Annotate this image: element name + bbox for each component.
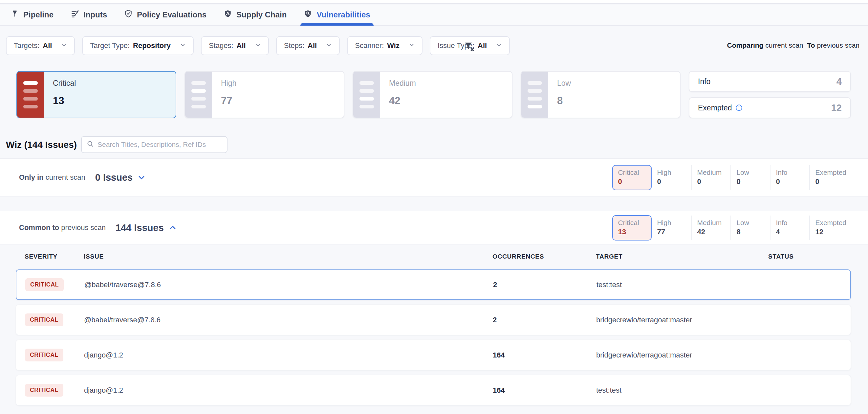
severity-chip[interactable]: Info 4 (770, 215, 809, 240)
chevron-down-icon (61, 41, 67, 50)
chip-label: Critical (618, 169, 646, 176)
chevron-up-icon (168, 224, 177, 232)
chip-value: 77 (657, 228, 686, 236)
side-card-count: 4 (836, 76, 842, 87)
side-card-label: Info (698, 77, 710, 86)
chip-label: Critical (618, 219, 646, 227)
severity-chip-row: Critical 13 High 77 Medium 42 Low (612, 215, 851, 240)
table-row[interactable]: CRITICAL django@1.2 164 bridgecrewio/ter… (16, 340, 851, 370)
occurrences-cell: 164 (493, 351, 596, 359)
chip-value: 0 (815, 177, 846, 186)
side-cards: Info 4 Exempted 12 (689, 71, 851, 118)
severity-chip[interactable]: Critical 0 (612, 165, 652, 190)
inputs-icon (70, 9, 79, 20)
severity-card[interactable]: Low 8 (521, 71, 681, 118)
table-row[interactable]: CRITICAL @babel/traverse@7.8.6 2 test:te… (16, 269, 851, 300)
side-card[interactable]: Info 4 (689, 71, 851, 92)
severity-chip[interactable]: Low 8 (731, 215, 770, 240)
filter-dropdown[interactable]: Scanner: Wiz (347, 36, 423, 55)
tab-vulnerabilities[interactable]: Vulnerabilities (304, 5, 370, 25)
occurrences-cell: 2 (493, 280, 596, 289)
common-to-previous-scan-section: Common to previous scan 144 Issues Criti… (0, 211, 868, 244)
issues-table-body: CRITICAL @babel/traverse@7.8.6 2 test:te… (16, 269, 851, 406)
severity-level-icon (185, 71, 212, 118)
chevron-down-icon (137, 173, 146, 182)
severity-chip[interactable]: Critical 13 (612, 215, 652, 240)
chip-value: 0 (697, 177, 725, 186)
chip-label: Medium (697, 219, 725, 227)
issues-table-header: SEVERITY ISSUE OCCURRENCES TARGET STATUS (16, 253, 851, 260)
tab-label: Policy Evaluations (137, 10, 207, 20)
severity-card-count: 8 (557, 95, 571, 107)
severity-badge: CRITICAL (25, 384, 63, 396)
tab-bar: Pipeline Inputs Policy Evaluations Suppl… (0, 5, 868, 26)
severity-card[interactable]: Critical 13 (17, 71, 176, 118)
issue-cell: django@1.2 (84, 386, 493, 394)
chip-value: 13 (618, 228, 646, 236)
search-input[interactable] (97, 141, 222, 149)
comparing-text-2: previous scan (817, 41, 860, 49)
chip-value: 12 (815, 228, 846, 236)
severity-chip[interactable]: Exempted 0 (809, 165, 851, 190)
section-prefix-bold: Common to (19, 224, 59, 232)
severity-chip[interactable]: High 0 (652, 165, 691, 190)
severity-chip[interactable]: High 77 (652, 215, 691, 240)
chip-label: Low (736, 169, 765, 176)
severity-card-list: Critical 13 High 77 (17, 71, 681, 118)
filter-dropdown[interactable]: Targets: All (6, 36, 75, 55)
filter-value: All (308, 41, 317, 50)
table-row[interactable]: CRITICAL django@1.2 164 test:test (16, 375, 851, 406)
severity-card-count: 77 (221, 95, 236, 107)
severity-card-count: 42 (389, 95, 416, 107)
scanner-results-heading: Wiz (144 Issues) (6, 140, 77, 150)
filter-dropdown[interactable]: Stages: All (201, 36, 269, 55)
chip-label: Exempted (815, 219, 846, 227)
column-header-status: STATUS (768, 253, 851, 260)
severity-chip[interactable]: Low 0 (731, 165, 770, 190)
chip-value: 0 (776, 177, 804, 186)
chip-value: 0 (618, 177, 646, 186)
side-card-count: 12 (831, 102, 842, 113)
vulnerabilities-screen: Pipeline Inputs Policy Evaluations Suppl… (0, 0, 868, 414)
severity-chip[interactable]: Medium 42 (691, 215, 731, 240)
filter-value: Wiz (387, 41, 400, 50)
severity-level-icon (17, 71, 44, 118)
column-header-severity: SEVERITY (25, 253, 84, 260)
shield-nodes-icon (223, 9, 232, 20)
tab-pipeline[interactable]: Pipeline (10, 5, 54, 25)
chevron-down-icon (180, 41, 186, 50)
severity-cards-row: Critical 13 High 77 (17, 71, 851, 118)
filter-dropdown[interactable]: Steps: All (276, 36, 340, 55)
target-cell: bridgecrewio/terragoat:master (596, 351, 769, 359)
section-issues-toggle[interactable]: 144 Issues (116, 223, 177, 233)
comparing-bold: Comparing (727, 41, 764, 49)
severity-chip[interactable]: Medium 0 (691, 165, 731, 190)
search-icon (86, 140, 94, 149)
filter-bar: Targets: All Target Type: Repository Sta… (6, 36, 510, 55)
filter-label: Steps: (284, 41, 304, 50)
severity-card[interactable]: Medium 42 (352, 71, 513, 118)
search-box (81, 136, 227, 153)
section-issues-count: 144 Issues (116, 223, 164, 233)
side-card[interactable]: Exempted 12 (689, 97, 851, 118)
severity-card-label: Low (557, 79, 571, 88)
filter-value: All (237, 41, 246, 50)
severity-card-label: Critical (53, 79, 76, 88)
section-prefix-bold: Only in (19, 173, 44, 181)
clear-filters-icon[interactable] (464, 41, 475, 52)
severity-card-label: Medium (389, 79, 416, 88)
severity-chip[interactable]: Info 0 (770, 165, 809, 190)
filter-dropdown[interactable]: Target Type: Repository (82, 36, 194, 55)
chip-label: Low (736, 219, 765, 227)
section-issues-toggle[interactable]: 0 Issues (95, 172, 146, 183)
target-cell: test:test (596, 386, 769, 394)
tab-inputs[interactable]: Inputs (70, 5, 107, 25)
table-row[interactable]: CRITICAL @babel/traverse@7.8.6 2 bridgec… (16, 304, 851, 335)
severity-level-icon (521, 71, 548, 118)
severity-chip[interactable]: Exempted 12 (809, 215, 851, 240)
tab-supply-chain[interactable]: Supply Chain (223, 5, 287, 25)
severity-card[interactable]: High 77 (185, 71, 344, 118)
occurrences-cell: 2 (493, 316, 596, 324)
filter-label: Target Type: (90, 41, 130, 50)
tab-policy-evaluations[interactable]: Policy Evaluations (124, 5, 207, 25)
